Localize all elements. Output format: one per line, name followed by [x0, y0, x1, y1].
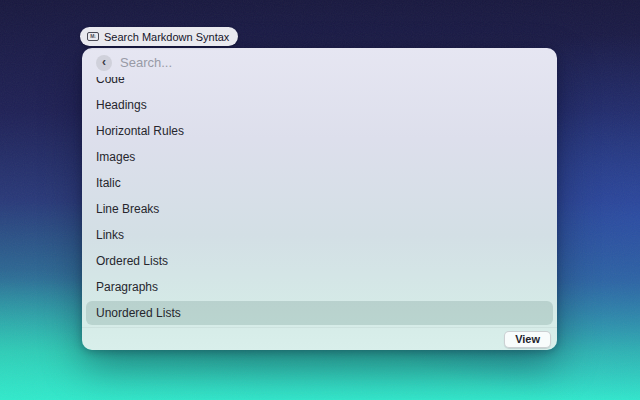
view-button[interactable]: View [504, 331, 551, 348]
back-button[interactable]: ‹ [96, 55, 112, 71]
results-list: Code Headings Horizontal Rules Images It… [82, 77, 557, 327]
list-item[interactable]: Headings [82, 92, 557, 118]
list-item-label: Unordered Lists [96, 306, 181, 320]
list-item[interactable]: Line Breaks [82, 196, 557, 222]
list-item-label: Links [96, 228, 124, 242]
list-item-label: Headings [96, 98, 147, 112]
list-item[interactable]: Code [82, 77, 557, 92]
search-input[interactable] [120, 55, 543, 70]
list-item-label: Paragraphs [96, 280, 158, 294]
list-item[interactable]: Unordered Lists [82, 300, 557, 326]
search-panel: ‹ Code Headings Horizontal Rules Images … [82, 48, 557, 350]
list-item-label: Line Breaks [96, 202, 159, 216]
list-item[interactable]: Italic [82, 170, 557, 196]
list-item[interactable]: Horizontal Rules [82, 118, 557, 144]
markdown-icon: M↓ [87, 32, 99, 41]
list-item-label: Horizontal Rules [96, 124, 184, 138]
search-header: ‹ [82, 48, 557, 77]
list-item[interactable]: Ordered Lists [82, 248, 557, 274]
list-item[interactable]: Images [82, 144, 557, 170]
panel-footer: View [82, 327, 557, 350]
list-item[interactable]: Links [82, 222, 557, 248]
list-item-label: Code [96, 77, 125, 86]
command-pill[interactable]: M↓ Search Markdown Syntax [80, 27, 238, 46]
command-pill-label: Search Markdown Syntax [104, 31, 229, 43]
list-item-label: Ordered Lists [96, 254, 168, 268]
list-item-label: Images [96, 150, 135, 164]
list-item-label: Italic [96, 176, 121, 190]
list-item[interactable]: Paragraphs [82, 274, 557, 300]
